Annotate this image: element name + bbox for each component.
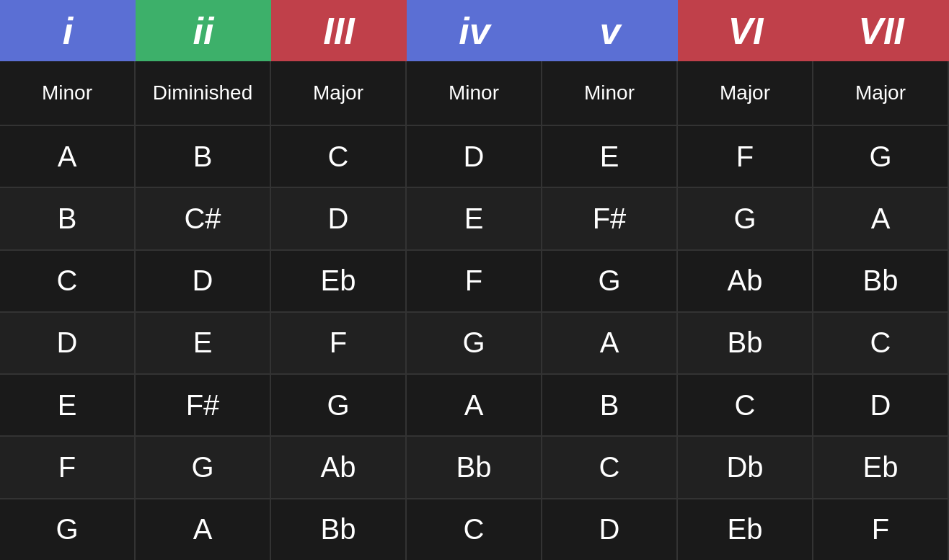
data-cell-0-3: D — [407, 126, 542, 187]
data-cell-4-2: G — [271, 375, 407, 435]
data-cell-2-0: C — [0, 251, 136, 311]
data-cell-5-3: Bb — [407, 437, 542, 497]
data-cell-4-4: B — [542, 375, 678, 435]
subheader-cell-0: Minor — [0, 61, 136, 125]
data-cell-1-5: G — [678, 188, 813, 249]
data-cell-6-1: A — [136, 499, 271, 560]
data-cell-5-4: C — [542, 437, 678, 497]
data-cell-2-6: Bb — [813, 251, 949, 311]
data-cell-1-4: F# — [542, 188, 678, 249]
data-cell-2-1: D — [136, 251, 271, 311]
subheader-row: MinorDiminishedMajorMinorMinorMajorMajor — [0, 61, 949, 126]
subheader-cell-1: Diminished — [136, 61, 271, 125]
data-rows: ABCDEFGBC#DEF#GACDEbFGAbBbDEFGABbCEF#GAB… — [0, 126, 949, 560]
data-cell-0-2: C — [271, 126, 407, 187]
data-cell-2-4: G — [542, 251, 678, 311]
data-cell-5-0: F — [0, 437, 136, 497]
table-row: BC#DEF#GA — [0, 188, 949, 250]
data-cell-0-6: G — [813, 126, 949, 187]
data-cell-6-6: F — [813, 499, 949, 560]
data-cell-4-5: C — [678, 375, 813, 435]
data-cell-3-6: C — [813, 313, 949, 373]
data-cell-1-2: D — [271, 188, 407, 249]
data-cell-2-2: Eb — [271, 251, 407, 311]
table-row: DEFGABbC — [0, 313, 949, 375]
data-cell-6-3: C — [407, 499, 542, 560]
data-cell-4-3: A — [407, 375, 542, 435]
table-row: FGAbBbCDbEb — [0, 437, 949, 499]
data-cell-5-1: G — [136, 437, 271, 497]
data-cell-2-3: F — [407, 251, 542, 311]
data-cell-1-1: C# — [136, 188, 271, 249]
header-row: iiiIIIivvVIVII — [0, 0, 949, 61]
subheader-cell-4: Minor — [542, 61, 678, 125]
data-cell-5-2: Ab — [271, 437, 407, 497]
header-cell-4: v — [542, 0, 678, 61]
data-cell-6-5: Eb — [678, 499, 813, 560]
header-cell-0: i — [0, 0, 136, 61]
data-cell-1-0: B — [0, 188, 136, 249]
header-cell-3: iv — [407, 0, 542, 61]
data-cell-2-5: Ab — [678, 251, 813, 311]
subheader-cell-5: Major — [678, 61, 813, 125]
data-cell-4-0: E — [0, 375, 136, 435]
data-cell-5-6: Eb — [813, 437, 949, 497]
table-row: GABbCDEbF — [0, 499, 949, 560]
subheader-cell-6: Major — [813, 61, 949, 125]
chord-table: iiiIIIivvVIVII MinorDiminishedMajorMinor… — [0, 0, 949, 560]
data-cell-3-0: D — [0, 313, 136, 373]
data-cell-3-5: Bb — [678, 313, 813, 373]
data-cell-3-2: F — [271, 313, 407, 373]
data-cell-4-6: D — [813, 375, 949, 435]
data-cell-3-1: E — [136, 313, 271, 373]
table-row: CDEbFGAbBb — [0, 251, 949, 313]
header-cell-6: VII — [813, 0, 949, 61]
data-cell-6-0: G — [0, 499, 136, 560]
data-cell-0-1: B — [136, 126, 271, 187]
data-cell-0-0: A — [0, 126, 136, 187]
data-cell-1-6: A — [813, 188, 949, 249]
table-row: EF#GABCD — [0, 375, 949, 437]
data-cell-0-5: F — [678, 126, 813, 187]
subheader-cell-3: Minor — [407, 61, 542, 125]
data-cell-0-4: E — [542, 126, 678, 187]
table-row: ABCDEFG — [0, 126, 949, 188]
header-cell-1: ii — [136, 0, 271, 61]
data-cell-6-2: Bb — [271, 499, 407, 560]
data-cell-3-4: A — [542, 313, 678, 373]
data-cell-1-3: E — [407, 188, 542, 249]
data-cell-3-3: G — [407, 313, 542, 373]
data-cell-4-1: F# — [136, 375, 271, 435]
data-cell-5-5: Db — [678, 437, 813, 497]
header-cell-5: VI — [678, 0, 813, 61]
data-cell-6-4: D — [542, 499, 678, 560]
header-cell-2: III — [271, 0, 407, 61]
subheader-cell-2: Major — [271, 61, 407, 125]
